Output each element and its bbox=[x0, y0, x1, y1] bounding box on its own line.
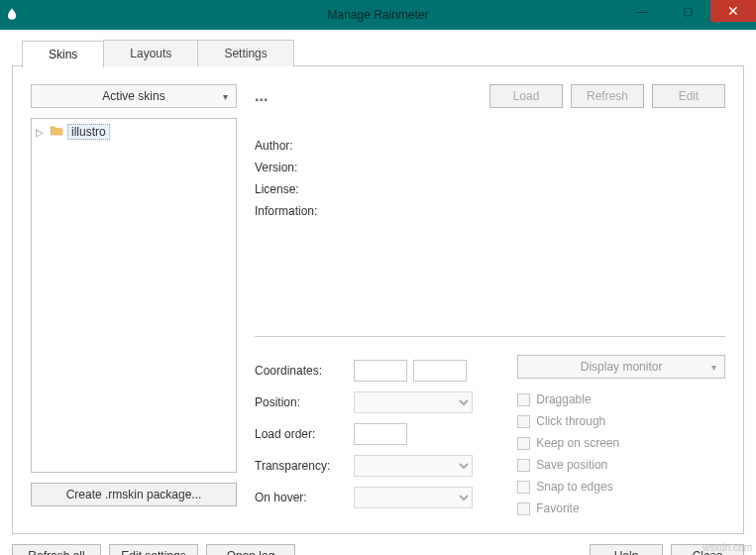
author-label: Author: bbox=[255, 136, 725, 156]
active-skins-label: Active skins bbox=[102, 89, 164, 103]
checkbox-icon bbox=[517, 459, 530, 472]
window-controls: — ▢ ✕ bbox=[619, 0, 756, 22]
right-column: ... Load Refresh Edit Author: Version: L… bbox=[255, 84, 725, 519]
client-area: Skins Layouts Settings Active skins ▾ ▷ … bbox=[0, 30, 756, 555]
transparency-select[interactable] bbox=[354, 455, 473, 477]
load-order-label: Load order: bbox=[255, 427, 354, 441]
checkbox-label: Save position bbox=[536, 458, 607, 472]
skin-tree[interactable]: ▷ illustro bbox=[31, 118, 237, 473]
tab-layouts[interactable]: Layouts bbox=[103, 40, 198, 66]
open-log-button[interactable]: Open log bbox=[206, 544, 295, 555]
version-label: Version: bbox=[255, 158, 725, 177]
keep-on-screen-checkbox[interactable]: Keep on screen bbox=[517, 432, 725, 454]
active-skins-dropdown[interactable]: Active skins ▾ bbox=[31, 84, 237, 108]
refresh-button[interactable]: Refresh bbox=[571, 84, 644, 108]
snap-to-edges-checkbox[interactable]: Snap to edges bbox=[517, 476, 725, 498]
tab-skins[interactable]: Skins bbox=[22, 41, 104, 67]
edit-settings-button[interactable]: Edit settings bbox=[109, 544, 198, 555]
separator bbox=[255, 336, 725, 337]
tree-item-label: illustro bbox=[67, 124, 110, 140]
tree-item[interactable]: ▷ illustro bbox=[34, 123, 234, 141]
on-hover-select[interactable] bbox=[354, 487, 473, 508]
draggable-checkbox[interactable]: Draggable bbox=[517, 388, 725, 410]
edit-button[interactable]: Edit bbox=[652, 84, 725, 108]
close-button[interactable]: ✕ bbox=[710, 0, 756, 22]
metadata-section: Author: Version: License: Information: bbox=[255, 136, 725, 221]
maximize-button[interactable]: ▢ bbox=[665, 0, 710, 22]
display-monitor-label: Display monitor bbox=[581, 360, 663, 374]
position-select[interactable] bbox=[354, 391, 473, 413]
coordinates-label: Coordinates: bbox=[255, 364, 354, 378]
checkbox-icon bbox=[517, 393, 530, 406]
transparency-label: Transparency: bbox=[255, 459, 354, 473]
footer: Refresh all Edit settings Open log Help … bbox=[12, 544, 744, 555]
position-label: Position: bbox=[255, 395, 354, 409]
checkbox-label: Snap to edges bbox=[536, 480, 612, 494]
license-label: License: bbox=[255, 179, 725, 199]
checkbox-icon bbox=[517, 437, 530, 450]
coord-x-input[interactable] bbox=[354, 360, 407, 382]
skin-settings: Coordinates: Position: Load order: bbox=[255, 355, 725, 519]
chevron-down-icon: ▾ bbox=[711, 362, 716, 373]
chevron-down-icon: ▾ bbox=[223, 91, 228, 102]
refresh-all-button[interactable]: Refresh all bbox=[12, 544, 101, 555]
skins-panel: Active skins ▾ ▷ illustro Create .rmskin… bbox=[12, 65, 744, 534]
minimize-button[interactable]: — bbox=[619, 0, 665, 22]
skin-name-label: ... bbox=[255, 87, 268, 105]
checkbox-icon bbox=[517, 502, 530, 515]
click-through-checkbox[interactable]: Click through bbox=[517, 410, 725, 432]
checkbox-icon bbox=[517, 415, 530, 428]
checkbox-label: Draggable bbox=[536, 392, 591, 406]
help-button[interactable]: Help bbox=[590, 544, 663, 555]
titlebar: Manage Rainmeter — ▢ ✕ bbox=[0, 0, 756, 30]
expand-icon[interactable]: ▷ bbox=[34, 127, 46, 138]
favorite-checkbox[interactable]: Favorite bbox=[517, 498, 725, 519]
tab-settings[interactable]: Settings bbox=[197, 40, 293, 66]
watermark: wsxdn.com bbox=[702, 542, 752, 553]
create-package-button[interactable]: Create .rmskin package... bbox=[31, 483, 237, 506]
load-order-input[interactable] bbox=[354, 423, 407, 445]
tab-strip: Skins Layouts Settings bbox=[22, 40, 744, 66]
folder-icon bbox=[50, 125, 63, 140]
save-position-checkbox[interactable]: Save position bbox=[517, 454, 725, 476]
load-button[interactable]: Load bbox=[489, 84, 563, 108]
checkbox-icon bbox=[517, 481, 530, 494]
checkbox-label: Keep on screen bbox=[536, 436, 619, 450]
display-monitor-dropdown[interactable]: Display monitor ▾ bbox=[517, 355, 725, 379]
app-icon bbox=[0, 7, 24, 24]
left-column: Active skins ▾ ▷ illustro Create .rmskin… bbox=[31, 84, 237, 519]
on-hover-label: On hover: bbox=[255, 491, 354, 504]
checkbox-label: Click through bbox=[536, 414, 605, 428]
information-label: Information: bbox=[255, 201, 725, 221]
checkbox-label: Favorite bbox=[536, 501, 579, 515]
coord-y-input[interactable] bbox=[413, 360, 467, 382]
